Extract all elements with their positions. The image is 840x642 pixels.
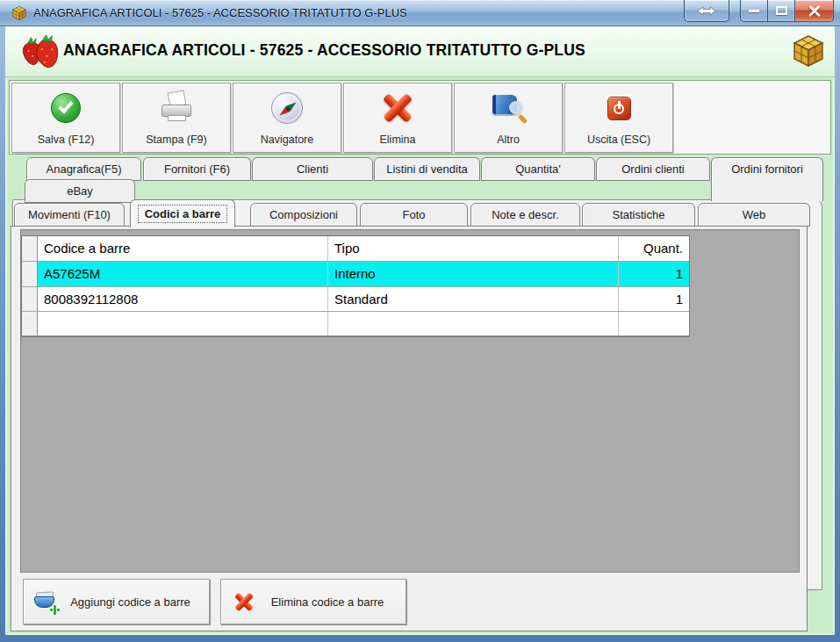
close-icon	[808, 4, 822, 18]
row-selector[interactable]	[22, 262, 38, 286]
client-area: ANAGRAFICA ARTICOLI - 57625 - ACCESSORIO…	[5, 26, 835, 635]
column-header-tipo[interactable]: Tipo	[328, 236, 619, 261]
cell-codice[interactable]	[38, 312, 328, 335]
tab-statistiche[interactable]: Statistiche	[582, 203, 695, 227]
table-row[interactable]	[22, 312, 689, 336]
tab-anagrafica[interactable]: Anagrafica(F5)	[26, 157, 141, 181]
grid-container: Codice a barre Tipo Quant. A57625M Inter…	[20, 229, 800, 573]
maximize-button[interactable]	[767, 0, 794, 22]
tab-clienti[interactable]: Clienti	[252, 157, 373, 181]
table-row[interactable]: A57625M Interno 1	[22, 262, 689, 287]
row-selector[interactable]	[22, 287, 38, 311]
tab-foto[interactable]: Foto	[360, 203, 468, 227]
app-box-icon	[11, 5, 27, 21]
strawberry-icon	[19, 32, 61, 72]
window-title: ANAGRAFICA ARTICOLI - 57625 - ACCESSORIO…	[33, 6, 407, 19]
barcode-table: Codice a barre Tipo Quant. A57625M Inter…	[21, 235, 690, 337]
tab-codici-a-barre[interactable]: Codici a barre	[130, 199, 235, 227]
tab-ordini-clienti[interactable]: Ordini clienti	[596, 157, 710, 181]
table-row[interactable]: 8008392112808 Standard 1	[22, 287, 689, 312]
cell-codice[interactable]: 8008392112808	[38, 287, 328, 311]
maximize-icon	[776, 6, 787, 15]
cell-quant[interactable]	[619, 312, 689, 335]
tab-ordini-fornitori[interactable]: Ordini fornitori	[711, 157, 823, 201]
titlebar[interactable]: ANAGRAFICA ARTICOLI - 57625 - ACCESSORIO…	[0, 0, 840, 26]
package-box-icon	[791, 32, 826, 70]
minimize-icon	[749, 10, 759, 12]
tab-ebay[interactable]: eBay	[25, 179, 135, 203]
save-check-icon	[51, 93, 81, 123]
double-arrow-icon	[697, 6, 716, 16]
delete-barcode-button[interactable]: Elimina codice a barre	[220, 579, 406, 624]
tab-listini-di-vendita[interactable]: Listini di vendita	[374, 157, 480, 181]
column-header-codice[interactable]: Codice a barre	[38, 236, 328, 261]
print-button[interactable]: Stampa (F9)	[122, 83, 231, 153]
page-title: ANAGRAFICA ARTICOLI - 57625 - ACCESSORIO…	[63, 41, 585, 60]
table-header-row: Codice a barre Tipo Quant.	[22, 236, 689, 262]
navigator-button[interactable]: Navigatore	[233, 83, 341, 153]
close-button[interactable]	[794, 0, 834, 22]
delete-barcode-icon	[233, 591, 255, 612]
exit-button[interactable]: Uscita (ESC)	[564, 83, 673, 153]
add-barcode-button[interactable]: Aggiungi codice a barre	[23, 579, 210, 624]
app-window: ANAGRAFICA ARTICOLI - 57625 - ACCESSORIO…	[0, 0, 840, 642]
add-barcode-icon	[34, 591, 57, 612]
tab-composizioni[interactable]: Composizioni	[250, 203, 357, 227]
save-button[interactable]: Salva (F12)	[11, 83, 120, 153]
other-button[interactable]: Altro	[454, 83, 563, 153]
tab-page-codici-a-barre: Codice a barre Tipo Quant. A57625M Inter…	[11, 226, 808, 631]
cell-tipo[interactable]	[328, 312, 619, 335]
cell-codice[interactable]: A57625M	[38, 262, 328, 286]
tab-quantita[interactable]: Quantita'	[481, 157, 595, 181]
printer-icon	[159, 91, 194, 125]
toolbar: Salva (F12) Stampa (F9) Navigatore Elimi…	[9, 80, 831, 155]
cell-tipo[interactable]: Standard	[328, 287, 619, 311]
tab-note-e-descr[interactable]: Note e descr.	[470, 203, 580, 227]
cell-tipo[interactable]: Interno	[328, 262, 619, 286]
row-selector-header	[22, 236, 38, 261]
delete-button[interactable]: Elimina	[343, 83, 452, 153]
book-search-icon	[491, 92, 526, 124]
column-header-quant[interactable]: Quant.	[619, 236, 689, 261]
tab-movimenti[interactable]: Movimenti (F10)	[14, 203, 125, 227]
power-icon	[607, 97, 631, 120]
tab-fornitori[interactable]: Fornitori (F6)	[143, 157, 251, 181]
row-selector[interactable]	[22, 312, 38, 335]
tab-web[interactable]: Web	[698, 203, 810, 227]
red-x-icon	[381, 91, 414, 125]
flip-window-button[interactable]	[684, 0, 729, 22]
cell-quant[interactable]: 1	[619, 287, 689, 311]
compass-icon	[271, 92, 303, 124]
app-header: ANAGRAFICA ARTICOLI - 57625 - ACCESSORIO…	[5, 26, 835, 77]
cell-quant[interactable]: 1	[619, 262, 689, 286]
minimize-button[interactable]	[740, 0, 767, 22]
